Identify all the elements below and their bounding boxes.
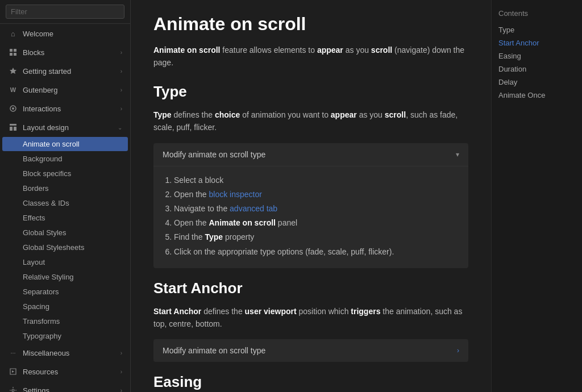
- section-title-start-anchor: Start Anchor: [153, 280, 468, 297]
- sidebar-subitem-typography[interactable]: Typography: [2, 329, 128, 343]
- sidebar-subitem-label: Borders: [23, 184, 49, 193]
- section-desc-start-anchor: Start Anchor defines the user viewport p…: [153, 305, 468, 331]
- getting-started-icon: [8, 66, 18, 76]
- list-item: Navigate to the advanced tab: [174, 202, 457, 216]
- accordion-label: Modify animate on scroll type: [163, 346, 265, 355]
- sidebar-subitem-label: Block specifics: [23, 169, 71, 178]
- toc-item-duration[interactable]: Duration: [498, 62, 575, 76]
- sidebar-subitem-relative-styling[interactable]: Relative Styling: [2, 270, 128, 284]
- accordion-start-anchor: Modify animate on scroll type ›: [153, 339, 468, 362]
- chevron-down-icon: ▾: [456, 151, 459, 159]
- toc-item-animate-once[interactable]: Animate Once: [498, 89, 575, 102]
- sidebar-item-label: Interactions: [23, 105, 120, 113]
- interactions-icon: [8, 103, 18, 114]
- list-item: Open the block inspector: [174, 187, 457, 202]
- sidebar-subitem-borders[interactable]: Borders: [2, 181, 128, 195]
- advanced-tab-link[interactable]: advanced tab: [230, 204, 277, 213]
- sidebar-subitem-layout[interactable]: Layout: [2, 255, 128, 269]
- table-of-contents: Contents Type Start Anchor Easing Durati…: [491, 0, 582, 392]
- sidebar-subitem-label: Effects: [23, 214, 45, 222]
- sidebar-subitem-label: Animate on scroll: [23, 140, 80, 148]
- svg-rect-1: [14, 49, 16, 52]
- intro-text: Animate on scroll feature allows element…: [153, 44, 468, 69]
- sidebar-item-settings[interactable]: Settings ›: [2, 381, 128, 392]
- sidebar-subitem-spacing[interactable]: Spacing: [2, 299, 128, 314]
- page-title: Animate on scroll: [153, 14, 468, 35]
- sidebar-item-label: Gutenberg: [23, 86, 120, 94]
- chevron-down-icon: ⌄: [118, 124, 122, 131]
- home-icon: ⌂: [8, 28, 18, 39]
- toc-item-start-anchor[interactable]: Start Anchor: [498, 36, 575, 49]
- nav-list: ⌂ Welcome Blocks › Getting: [0, 24, 130, 392]
- sidebar-subitem-label: Classes & IDs: [23, 199, 69, 207]
- sidebar-item-blocks[interactable]: Blocks ›: [2, 43, 128, 61]
- sidebar-subitem-label: Global Styles: [23, 228, 66, 237]
- sidebar-item-label: Welcome: [23, 30, 122, 38]
- sidebar-subitem-global-styles[interactable]: Global Styles: [2, 226, 128, 240]
- gutenberg-icon: W: [8, 85, 18, 95]
- sidebar-item-label: Resources: [23, 368, 120, 376]
- sidebar-item-label: Layout design: [23, 123, 118, 132]
- svg-rect-6: [10, 124, 16, 126]
- sidebar-item-resources[interactable]: Resources ›: [2, 362, 128, 381]
- section-desc-type: Type defines the choice of animation you…: [153, 109, 468, 134]
- sidebar-item-layout-design[interactable]: Layout design ⌄: [2, 118, 128, 136]
- sidebar-item-miscellaneous[interactable]: ··· Miscellaneous ›: [2, 344, 128, 362]
- svg-rect-2: [10, 53, 13, 56]
- toc-item-easing[interactable]: Easing: [498, 49, 575, 62]
- resources-icon: [8, 366, 18, 377]
- accordion-type: Modify animate on scroll type ▾ Select a…: [153, 143, 468, 268]
- sidebar-subitem-effects[interactable]: Effects: [2, 211, 128, 225]
- sidebar-item-interactions[interactable]: Interactions ›: [2, 99, 128, 118]
- section-title-type: Type: [153, 83, 468, 101]
- chevron-right-icon: ›: [120, 68, 122, 74]
- sidebar-item-label: Settings: [23, 386, 120, 393]
- main-content: Animate on scroll Animate on scroll feat…: [131, 0, 491, 392]
- svg-rect-0: [10, 49, 13, 52]
- filter-input[interactable]: [6, 5, 124, 19]
- sidebar-subitem-classes-ids[interactable]: Classes & IDs: [2, 196, 128, 210]
- sidebar-subitem-label: Spacing: [23, 302, 49, 311]
- accordion-header-start-anchor[interactable]: Modify animate on scroll type ›: [153, 339, 468, 362]
- sidebar-item-label: Miscellaneous: [23, 349, 120, 357]
- sidebar-subitem-transforms[interactable]: Transforms: [2, 314, 128, 328]
- sidebar-subitem-separators[interactable]: Separators: [2, 285, 128, 299]
- miscellaneous-icon: ···: [8, 348, 18, 358]
- sidebar-subitem-label: Typography: [23, 332, 61, 340]
- sidebar-subitem-label: Relative Styling: [23, 273, 74, 281]
- settings-icon: [8, 385, 18, 392]
- sidebar-subitem-background[interactable]: Background: [2, 152, 128, 166]
- toc-item-type[interactable]: Type: [498, 23, 575, 36]
- chevron-right-icon: ›: [457, 347, 459, 355]
- sidebar-item-welcome[interactable]: ⌂ Welcome: [2, 24, 128, 43]
- svg-rect-8: [14, 127, 16, 131]
- sidebar-subitem-block-specifics[interactable]: Block specifics: [2, 166, 128, 181]
- svg-point-9: [12, 389, 14, 391]
- section-title-easing: Easing: [153, 373, 468, 391]
- list-item: Select a block: [174, 173, 457, 187]
- sidebar-item-label: Getting started: [23, 67, 120, 76]
- sidebar-subitem-label: Global Stylesheets: [23, 243, 84, 252]
- list-item: Find the Type property: [174, 230, 457, 244]
- sidebar-subitem-label: Transforms: [23, 317, 60, 326]
- layout-design-icon: [8, 122, 18, 132]
- toc-title: Contents: [498, 9, 575, 18]
- chevron-right-icon: ›: [120, 49, 122, 56]
- list-item: Open the Animate on scroll panel: [174, 216, 457, 230]
- toc-item-delay[interactable]: Delay: [498, 76, 575, 89]
- accordion-header-type[interactable]: Modify animate on scroll type ▾: [153, 143, 468, 166]
- chevron-right-icon: ›: [120, 350, 122, 356]
- sidebar-subitem-animate-on-scroll[interactable]: Animate on scroll: [2, 137, 128, 151]
- chevron-right-icon: ›: [120, 387, 122, 393]
- svg-rect-3: [14, 53, 16, 56]
- sidebar-subitem-global-stylesheets[interactable]: Global Stylesheets: [2, 240, 128, 255]
- block-inspector-link[interactable]: block inspector: [209, 190, 262, 199]
- sidebar-subitem-label: Layout: [23, 258, 45, 266]
- blocks-icon: [8, 47, 18, 57]
- accordion-body-type: Select a block Open the block inspector …: [153, 166, 468, 268]
- chevron-right-icon: ›: [120, 106, 122, 112]
- sidebar-item-gutenberg[interactable]: W Gutenberg ›: [2, 81, 128, 99]
- sidebar-subitem-label: Background: [23, 155, 62, 163]
- filter-container: [0, 0, 130, 24]
- sidebar-item-getting-started[interactable]: Getting started ›: [2, 62, 128, 80]
